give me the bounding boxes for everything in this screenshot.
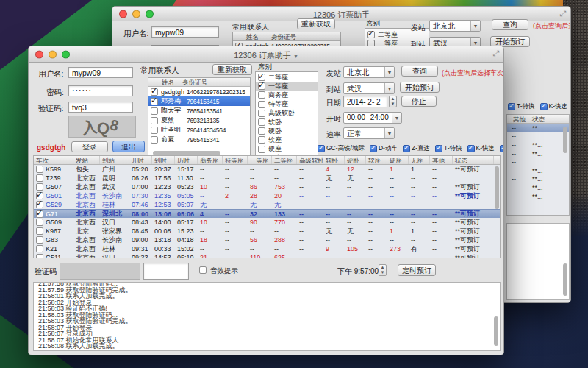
chevron-down-icon[interactable]: ▼ [384, 83, 394, 93]
mini-table-row[interactable]: --**... [507, 192, 569, 201]
train-row[interactable]: G83北京西长沙南09:0013:1804:1818--56288-------… [34, 236, 500, 244]
seat-type-row[interactable]: 硬卧 [256, 127, 318, 135]
back-username-input[interactable]: mypw09 [151, 26, 219, 38]
seat-type-row[interactable]: 二等座 [256, 73, 318, 82]
book-button[interactable]: 开始预订 [400, 82, 440, 93]
front-titlebar[interactable]: 12306 订票助手 ▼ ⤢ [29, 46, 503, 63]
train-checkbox[interactable] [36, 227, 43, 235]
train-row[interactable]: K599包头广州05:2020:3715:17----------412--11… [34, 165, 500, 174]
train-filter[interactable]: 其他 [500, 144, 504, 153]
contact-row[interactable]: 俞夏7965415341 [148, 135, 250, 144]
contact-checkbox[interactable] [151, 136, 158, 144]
seat-type-row[interactable]: 高级软卧 [256, 109, 318, 118]
train-filter[interactable]: Z-直达 [403, 144, 430, 153]
from-select[interactable]: 北京北▼ [343, 66, 395, 78]
column-header[interactable]: 软卧 [323, 156, 345, 164]
train-number-cell[interactable]: G511 [34, 254, 74, 258]
train-number-cell[interactable]: G71 [34, 210, 74, 218]
train-filter[interactable]: K-快速 [540, 102, 568, 111]
train-checkbox[interactable] [36, 210, 43, 218]
column-header[interactable]: 硬座 [387, 156, 409, 164]
contacts-list[interactable]: 姓名 身份证号 gsdgtgh140622197812202315邓秀梅7964… [148, 77, 251, 158]
train-number-cell[interactable]: G507 [34, 183, 74, 191]
seat-checkbox[interactable] [368, 31, 375, 38]
contact-checkbox[interactable] [151, 107, 158, 115]
chevron-down-icon[interactable]: ▼ [392, 113, 401, 123]
filter-checkbox[interactable] [500, 145, 504, 152]
seat-type-row[interactable]: 特等座 [256, 100, 318, 109]
scrollbar[interactable] [495, 166, 499, 209]
train-number-cell[interactable]: G509 [34, 219, 74, 226]
contact-row[interactable]: 夏然7693213135 [148, 116, 250, 125]
train-checkbox[interactable] [36, 254, 43, 258]
contact-row[interactable]: 陶大宇78654153541 [148, 106, 250, 116]
train-number-cell[interactable]: G501 [34, 192, 74, 199]
column-header[interactable]: 高级软卧 [297, 156, 323, 164]
seat-type-row[interactable]: 软卧 [256, 118, 318, 127]
train-row[interactable]: T239北京西昆明06:2617:5611:30----------无无----… [34, 174, 500, 183]
date-input[interactable]: 2014- 2- 2 [343, 96, 387, 107]
column-header[interactable]: 历时 [175, 156, 198, 164]
stop-button[interactable]: 停止 [401, 96, 437, 107]
fullscreen-icon[interactable]: ⤢ [559, 10, 566, 18]
mini-table-row[interactable]: --**... [507, 141, 569, 149]
login-button[interactable]: 登录 [71, 141, 108, 152]
seat-checkbox[interactable] [258, 127, 265, 135]
train-number-cell[interactable]: K967 [34, 227, 74, 235]
train-checkbox[interactable] [36, 245, 43, 252]
speed-select[interactable]: 正常▼ [343, 127, 395, 139]
train-number-cell[interactable]: T239 [34, 174, 74, 182]
seat-type-row[interactable]: 软座 [256, 135, 318, 144]
train-row[interactable]: G501北京西长沙南07:3012:3505:05--22820--------… [34, 191, 500, 200]
scrollbar[interactable] [563, 127, 567, 153]
contact-checkbox[interactable] [151, 127, 158, 134]
seat-checkbox[interactable] [258, 101, 265, 108]
contact-row[interactable]: gsdgtgh140622197812202315 [148, 87, 250, 96]
train-row[interactable]: G529北京西桂林07:4612:5305:07无--无无-----------… [34, 200, 500, 209]
quit-button[interactable]: 退出 [112, 141, 145, 152]
train-filter[interactable]: D-动车 [370, 144, 398, 153]
scrollbar[interactable] [494, 316, 498, 346]
column-header[interactable]: 商务座 [198, 156, 223, 164]
seat-checkbox[interactable] [258, 146, 265, 153]
filter-checkbox[interactable] [467, 145, 475, 152]
fullscreen-icon[interactable]: ⤢ [492, 49, 499, 57]
column-header[interactable]: 无座 [409, 156, 430, 164]
seat-checkbox[interactable] [258, 136, 265, 144]
column-header[interactable]: 其他 [430, 156, 453, 164]
contact-row[interactable]: 叶圣明796414534564 [148, 125, 250, 135]
column-header[interactable]: 硬卧 [345, 156, 366, 164]
seats-list[interactable]: 二等座一等座商务座特等座高级软卧软卧硬卧软座硬座无座 [255, 71, 318, 163]
mini-table-row[interactable]: -- [507, 200, 569, 209]
train-number-cell[interactable]: K599 [34, 166, 74, 173]
column-header[interactable]: 到站 [100, 156, 129, 164]
back-log-area[interactable] [506, 223, 570, 300]
timer-value[interactable]: 下午 9:57:00 [337, 266, 379, 277]
column-header[interactable]: 车次 [34, 156, 74, 164]
train-row[interactable]: K21北京西桂林09:3100:3315:02----------9105--2… [34, 244, 500, 253]
chevron-down-icon[interactable]: ▼ [384, 67, 394, 77]
train-row[interactable]: G507北京西武汉07:0012:2305:2310--86753-------… [34, 183, 500, 191]
contact-row[interactable]: 邓秀梅7964153415 [148, 96, 250, 106]
scheduled-book-button[interactable]: 定时预订 [398, 264, 436, 276]
seat-type-row[interactable]: 一等座 [256, 82, 318, 91]
train-row[interactable]: G71北京西深圳北08:0013:0605:064--32133--------… [34, 209, 500, 218]
train-row[interactable]: G511北京西汉口09:3314:5305:1021--110625------… [34, 253, 500, 258]
seat-type-row[interactable]: 硬座 [256, 145, 318, 154]
back-refresh-button[interactable]: 重新获取 [297, 18, 335, 29]
train-row[interactable]: G509北京西汉口08:4314:0005:1710--90770-------… [34, 218, 500, 227]
train-filter[interactable]: K-快速 [467, 144, 495, 153]
mini-table-row[interactable]: --**... [507, 183, 569, 192]
train-checkbox[interactable] [36, 166, 43, 173]
train-checkbox[interactable] [36, 174, 43, 182]
log-area[interactable]: 21:57:58 获取登陆验证码...21:57:59 获取登陆验证码完成。21… [33, 282, 501, 351]
refresh-contacts-button[interactable]: 重新获取 [212, 64, 252, 75]
mini-table-row[interactable]: --**... [507, 175, 569, 184]
chevron-down-icon[interactable]: ▼ [470, 21, 480, 31]
column-header[interactable]: 开时 [129, 156, 152, 164]
mini-table-row[interactable]: -- [507, 132, 569, 141]
filter-checkbox[interactable] [508, 103, 515, 110]
train-number-cell[interactable]: G83 [34, 236, 74, 244]
chevron-down-icon[interactable]: ▼ [384, 128, 394, 138]
filter-checkbox[interactable] [435, 145, 442, 152]
